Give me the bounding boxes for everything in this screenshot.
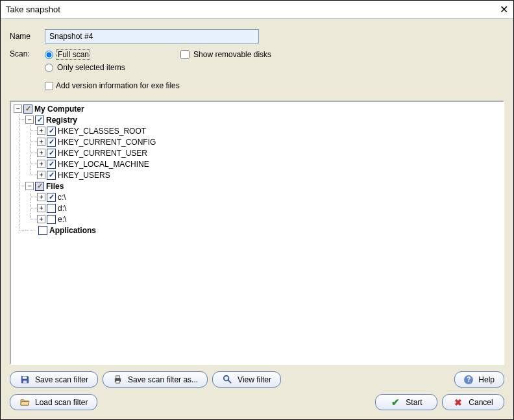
expander-files[interactable]: − bbox=[25, 182, 34, 190]
chk-registry[interactable] bbox=[35, 116, 44, 125]
expander-hk-config[interactable]: + bbox=[37, 138, 45, 146]
radio-full-scan-label[interactable]: Full scan bbox=[57, 50, 90, 59]
node-files[interactable]: Files bbox=[45, 182, 64, 191]
take-snapshot-window: Take snapshot ✕ Name Scan: Full scan Sho… bbox=[0, 0, 514, 420]
help-label: Help bbox=[478, 375, 495, 384]
window-title: Take snapshot bbox=[6, 5, 60, 14]
chk-my-computer[interactable] bbox=[23, 105, 32, 114]
button-row-1: Save scan filter Save scan filter as... … bbox=[10, 371, 504, 388]
expander-hk-root[interactable]: + bbox=[37, 127, 45, 135]
svg-point-5 bbox=[223, 376, 228, 381]
chk-hk-config[interactable] bbox=[47, 138, 56, 147]
help-button[interactable]: ? Help bbox=[454, 371, 504, 388]
scan-row: Scan: Full scan Show removable disks Onl… bbox=[10, 47, 504, 93]
node-hk-users[interactable]: HKEY_USERS bbox=[57, 171, 111, 180]
chk-files[interactable] bbox=[35, 182, 44, 191]
node-applications[interactable]: Applications bbox=[49, 226, 97, 235]
expander-drive-c[interactable]: + bbox=[37, 193, 45, 201]
chk-hk-user[interactable] bbox=[47, 149, 56, 158]
close-icon[interactable]: ✕ bbox=[500, 3, 508, 16]
folder-open-icon bbox=[19, 397, 30, 408]
check-icon: ✔ bbox=[390, 397, 400, 408]
view-icon bbox=[222, 375, 232, 385]
svg-rect-3 bbox=[116, 376, 119, 378]
cancel-label: Cancel bbox=[469, 398, 493, 407]
node-hk-local[interactable]: HKEY_LOCAL_MACHINE bbox=[57, 160, 150, 169]
titlebar: Take snapshot ✕ bbox=[1, 1, 513, 19]
save-scan-filter-button[interactable]: Save scan filter bbox=[10, 371, 98, 388]
chk-drive-e[interactable] bbox=[47, 215, 56, 224]
expander-drive-e[interactable]: + bbox=[37, 215, 45, 223]
svg-rect-0 bbox=[22, 377, 27, 379]
svg-rect-1 bbox=[23, 380, 27, 383]
node-drive-e[interactable]: e:\ bbox=[57, 215, 67, 224]
chk-hk-users[interactable] bbox=[47, 171, 56, 180]
checkbox-show-removable[interactable] bbox=[180, 50, 190, 59]
expander-hk-user[interactable]: + bbox=[37, 149, 45, 157]
node-drive-d[interactable]: d:\ bbox=[57, 204, 67, 213]
checkbox-add-version[interactable] bbox=[45, 82, 53, 90]
node-drive-c[interactable]: c:\ bbox=[57, 193, 67, 202]
content-area: Name Scan: Full scan Show removable disk… bbox=[1, 19, 513, 419]
chk-drive-d[interactable] bbox=[47, 204, 56, 213]
scan-label: Scan: bbox=[10, 47, 45, 58]
view-filter-label: View filter bbox=[238, 375, 271, 384]
show-removable-label: Show removable disks bbox=[193, 50, 271, 59]
scan-options: Full scan Show removable disks Only sele… bbox=[45, 47, 271, 93]
chk-hk-root[interactable] bbox=[47, 127, 56, 136]
expander-drive-d[interactable]: + bbox=[37, 204, 45, 212]
button-row-2: Load scan filter ✔ Start ✖ Cancel bbox=[10, 394, 504, 410]
node-hk-user[interactable]: HKEY_CURRENT_USER bbox=[57, 149, 148, 158]
view-filter-button[interactable]: View filter bbox=[212, 371, 281, 388]
start-label: Start bbox=[406, 398, 422, 407]
name-label: Name bbox=[10, 32, 45, 41]
printer-icon bbox=[112, 375, 123, 385]
radio-full-scan[interactable] bbox=[45, 51, 53, 59]
name-row: Name bbox=[10, 29, 504, 43]
node-registry[interactable]: Registry bbox=[45, 116, 78, 125]
expander-hk-users[interactable]: + bbox=[37, 171, 45, 179]
x-icon: ✖ bbox=[453, 397, 463, 408]
node-hk-root[interactable]: HKEY_CLASSES_ROOT bbox=[57, 127, 147, 136]
expander-my-computer[interactable]: − bbox=[14, 105, 22, 113]
name-input[interactable] bbox=[45, 29, 259, 43]
node-hk-config[interactable]: HKEY_CURRENT_CONFIG bbox=[57, 138, 156, 147]
load-scan-filter-button[interactable]: Load scan filter bbox=[10, 394, 97, 410]
expander-hk-local[interactable]: + bbox=[37, 160, 45, 168]
radio-selected-items[interactable] bbox=[45, 64, 53, 72]
svg-rect-4 bbox=[116, 380, 119, 383]
floppy-icon bbox=[19, 375, 30, 385]
node-my-computer[interactable]: My Computer bbox=[34, 105, 85, 114]
cancel-button[interactable]: ✖ Cancel bbox=[442, 394, 504, 410]
expander-registry[interactable]: − bbox=[25, 116, 34, 124]
save-scan-filter-as-label: Save scan filter as... bbox=[128, 375, 198, 384]
chk-drive-c[interactable] bbox=[47, 193, 56, 202]
radio-selected-items-label[interactable]: Only selected items bbox=[57, 63, 125, 72]
load-scan-filter-label: Load scan filter bbox=[35, 398, 88, 407]
start-button[interactable]: ✔ Start bbox=[375, 394, 437, 410]
tree-container: − My Computer − Registry + HKEY_CLASSES_… bbox=[10, 101, 504, 365]
add-version-label: Add version information for exe files bbox=[56, 81, 180, 90]
help-icon: ? bbox=[464, 375, 473, 384]
svg-line-6 bbox=[228, 380, 231, 383]
chk-applications[interactable] bbox=[38, 226, 47, 235]
chk-hk-local[interactable] bbox=[47, 160, 56, 169]
save-scan-filter-label: Save scan filter bbox=[35, 375, 88, 384]
save-scan-filter-as-button[interactable]: Save scan filter as... bbox=[103, 371, 208, 388]
